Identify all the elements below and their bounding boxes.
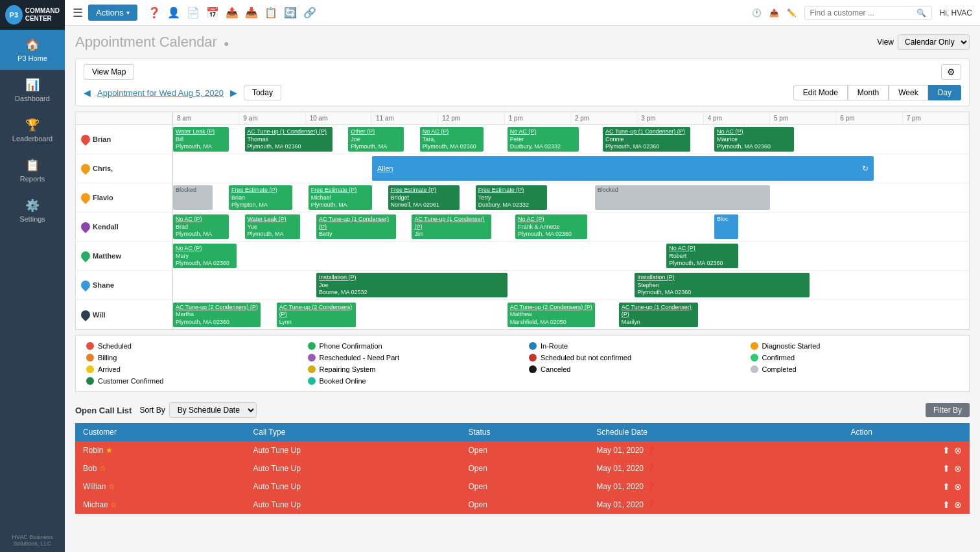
appt-will-2[interactable]: AC Tune-up (2 Condensers) (P)LynnKingsto… <box>277 303 356 327</box>
help-icon[interactable]: ❓ <box>148 6 161 19</box>
action-icon-2[interactable]: ⊗ <box>954 500 962 510</box>
appt-brian-2[interactable]: AC Tune-up (1 Condenser) (P)ThomasPlymou… <box>245 127 332 152</box>
schedule-help-icon[interactable]: ❓ <box>646 500 655 509</box>
view-map-button[interactable]: View Map <box>84 64 134 80</box>
appt-kendall-3[interactable]: AC Tune-up (1 Condenser) (P)BettyPlymout… <box>316 214 396 239</box>
appt-flavio-3[interactable]: Free Estimate (P)BridgetNorwell, MA 0206… <box>388 185 460 210</box>
edit-icon[interactable]: ✏️ <box>787 8 797 17</box>
action-icon-2[interactable]: ⊗ <box>954 463 962 474</box>
dashboard-icon: 📊 <box>25 78 40 92</box>
actions-button[interactable]: Actions ▾ <box>88 5 137 21</box>
calendar-date[interactable]: Appointment for Wed Aug 5, 2020 <box>97 88 224 98</box>
appt-flavio-1[interactable]: Free Estimate (P)BrianPlympton, MA <box>229 185 292 210</box>
calendar-gear-button[interactable]: ⚙ <box>941 64 961 80</box>
cell-action: ⬆ ⊗ <box>843 477 970 496</box>
appt-kendall-4[interactable]: AC Tune-up (1 Condenser) (P)JimPlymouth,… <box>412 214 491 239</box>
chris-slots: Allen ↻ <box>173 154 969 183</box>
today-button[interactable]: Today <box>244 85 281 100</box>
appt-brian-1[interactable]: Water Leak (P)BillPlymouth, MA 02360 <box>173 127 229 152</box>
appt-shane-2[interactable]: Installation (P)StephenPlymouth, MA 0236… <box>635 273 810 297</box>
edit-mode-button[interactable]: Edit Mode <box>793 85 848 100</box>
download-icon[interactable]: 📥 <box>245 6 258 19</box>
appt-kendall-2[interactable]: Water Leak (P)YuePlymouth, MA <box>245 214 301 239</box>
appt-flavio-4[interactable]: Free Estimate (P)TerryDuxbury, MA 02332 <box>476 185 548 210</box>
appt-brian-5[interactable]: No AC (P)PeterDuxbury, MA 02332 <box>508 127 579 152</box>
sidebar: P3 COMMANDCENTER 🏠 P3 Home 📊 Dashboard 🏆… <box>0 0 65 552</box>
refresh-icon[interactable]: 🔄 <box>284 6 297 19</box>
legend-label-notconfirmed: Scheduled but not confirmed <box>541 354 631 362</box>
sidebar-item-settings[interactable]: ⚙️ Settings <box>0 190 65 231</box>
col-action: Action <box>843 423 970 441</box>
view-select[interactable]: Calendar Only <box>898 34 970 50</box>
appt-kendall-5[interactable]: No AC (P)Frank & AnnettePlymouth, MA 023… <box>515 214 587 239</box>
appt-brian-7[interactable]: No AC (P)MauricePlymouth, MA 02360 <box>714 127 794 152</box>
action-icon-1[interactable]: ⬆ <box>942 445 950 455</box>
schedule-help-icon[interactable]: ❓ <box>646 482 655 491</box>
appt-will-1[interactable]: AC Tune-up (2 Condensers) (P)MarthaPlymo… <box>173 303 261 327</box>
calendar-icon[interactable]: 📅 <box>206 6 219 19</box>
home-icon: 🏠 <box>25 38 40 52</box>
history-icon[interactable]: 🕐 <box>752 8 762 17</box>
sidebar-item-dashboard[interactable]: 📊 Dashboard <box>0 70 65 110</box>
appt-shane-1[interactable]: Installation (P)JoeBourne, MA 02532 <box>316 273 508 297</box>
cal-toolbar-top: View Map ⚙ <box>84 64 961 80</box>
tech-label-will: Will <box>93 311 105 319</box>
day-view-button[interactable]: Day <box>928 85 961 100</box>
chris-refresh-icon[interactable]: ↻ <box>862 164 869 173</box>
content-area: Appointment Calendar ● View Calendar Onl… <box>65 26 980 552</box>
action-icon-2[interactable]: ⊗ <box>954 481 962 492</box>
sidebar-item-reports[interactable]: 📋 Reports <box>0 150 65 190</box>
appt-flavio-blocked2[interactable]: Blocked <box>595 185 770 210</box>
sidebar-item-p3home[interactable]: 🏠 P3 Home <box>0 30 65 70</box>
action-icon-1[interactable]: ⬆ <box>942 463 950 474</box>
sidebar-item-leaderboard[interactable]: 🏆 Leaderboard <box>0 110 65 150</box>
cal-header-3pm: 3 pm <box>637 112 703 124</box>
calendar-navigation: ◀ Appointment for Wed Aug 5, 2020 ▶ Toda… <box>84 85 281 100</box>
search-icon[interactable]: 🔍 <box>916 8 926 17</box>
upload-icon[interactable]: 📤 <box>226 6 239 19</box>
appt-chris-allen[interactable]: Allen ↻ <box>372 156 874 181</box>
calendar-header-row: 8 am 9 am 10 am 11 am 12 pm 1 pm 2 pm 3 … <box>76 112 969 125</box>
legend-item-confirmed: Confirmed <box>751 354 959 362</box>
sort-select[interactable]: By Schedule Date <box>169 402 257 418</box>
appt-flavio-blocked1[interactable]: Blocked <box>173 185 213 210</box>
action-icon-1[interactable]: ⬆ <box>942 500 950 510</box>
col-status: Status <box>460 423 589 441</box>
appt-will-3[interactable]: AC Tune-up (2 Condensers) (P)MatthewMars… <box>508 303 595 327</box>
user-icon[interactable]: 👤 <box>167 6 180 19</box>
month-view-button[interactable]: Month <box>848 85 889 100</box>
appt-brian-6[interactable]: AC Tune-up (1 Condenser) (P)ConniePlymou… <box>603 127 690 152</box>
kendall-slots: No AC (P)BradPlymouth, MA 02360 Water Le… <box>173 213 969 241</box>
schedule-help-icon[interactable]: ❓ <box>646 446 655 455</box>
tech-label-shane: Shane <box>93 281 114 289</box>
appt-brian-3[interactable]: Other (P)JoePlymouth, MA 02360 <box>348 127 404 152</box>
copy-icon[interactable]: 📋 <box>264 6 277 19</box>
schedule-help-icon[interactable]: ❓ <box>646 464 655 473</box>
filter-button[interactable]: Filter By <box>926 403 970 417</box>
cell-customer: Willian ☆ <box>75 477 246 496</box>
legend-label-scheduled: Scheduled <box>98 342 132 350</box>
customer-search[interactable]: 🔍 <box>804 6 932 20</box>
brian-slots: Water Leak (P)BillPlymouth, MA 02360 AC … <box>173 125 969 154</box>
action-icon-2[interactable]: ⊗ <box>954 445 962 455</box>
tech-pin-flavio <box>79 191 92 204</box>
week-view-button[interactable]: Week <box>889 85 928 100</box>
search-input[interactable] <box>810 8 914 17</box>
action-icon-1[interactable]: ⬆ <box>942 481 950 492</box>
appt-will-4[interactable]: AC Tune-up (1 Condenser) (P)MarilynPlymo… <box>619 303 699 327</box>
appt-matthew-2[interactable]: No AC (P)RobertPlymouth, MA 02360 <box>666 244 738 268</box>
appt-kendall-1[interactable]: No AC (P)BradPlymouth, MA 02360 <box>173 214 229 239</box>
tech-label-brian: Brian <box>93 135 111 143</box>
appt-kendall-block[interactable]: Bloc <box>714 214 738 239</box>
hamburger-icon[interactable]: ☰ <box>73 6 83 20</box>
link-icon[interactable]: 🔗 <box>303 6 316 19</box>
appt-flavio-2[interactable]: Free Estimate (P)MichaelPlymouth, MA <box>309 185 372 210</box>
appt-brian-4[interactable]: No AC (P)Tara,Plymouth, MA 02360 <box>420 127 484 152</box>
report-icon[interactable]: 📄 <box>187 6 200 19</box>
prev-date-button[interactable]: ◀ <box>84 87 91 98</box>
appt-matthew-1[interactable]: No AC (P)MaryPlymouth, MA 02360 <box>173 244 237 268</box>
actions-label: Actions <box>96 8 124 17</box>
next-date-button[interactable]: ▶ <box>230 87 237 98</box>
share-icon[interactable]: 📤 <box>769 8 779 17</box>
legend-item-canceled: Canceled <box>529 365 738 373</box>
